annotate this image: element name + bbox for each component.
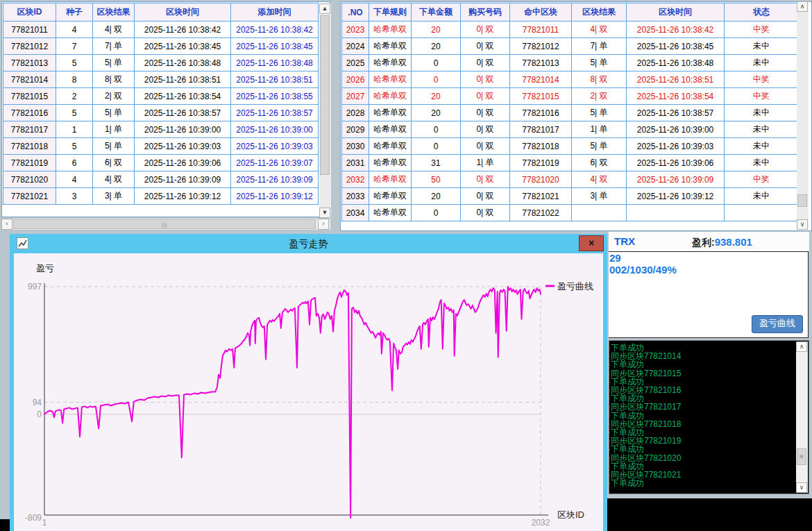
- table-cell: 5| 单: [93, 105, 135, 121]
- table-cell: 2032: [342, 171, 369, 188]
- table-row[interactable]: 7782101144| 双2025-11-26 10:38:422025-11-…: [3, 22, 319, 38]
- table-cell: 77821013: [510, 55, 572, 71]
- scroll-up-button[interactable]: ∧: [796, 342, 807, 352]
- column-header[interactable]: 区块时间: [135, 3, 231, 22]
- table-cell: 0: [412, 55, 461, 71]
- blocks-table-panel: 区块ID种子区块结果区块时间添加时间 7782101144| 双2025-11-…: [1, 1, 330, 217]
- table-cell: 2025-11-26 10:38:48: [627, 55, 725, 71]
- column-header[interactable]: 添加时间: [231, 3, 319, 22]
- table-row[interactable]: 2023哈希单双200| 双778210114| 双2025-11-26 10:…: [342, 22, 799, 38]
- table-cell: 5: [56, 105, 93, 121]
- table-cell: 0: [412, 71, 461, 88]
- y-tick-label: 94: [33, 398, 42, 407]
- table-cell: 2025-11-26 10:38:42: [135, 22, 231, 38]
- table-cell: 2025-11-26 10:39:12: [627, 188, 725, 205]
- y-tick-label: 0: [37, 410, 42, 419]
- orders-table-vscrollbar[interactable]: ∧ ∨: [797, 1, 809, 230]
- scroll-thumb[interactable]: ≡: [797, 448, 806, 465]
- orders-table-panel: .NO下单规则下单金额购买号码命中区块区块结果区块时间状态 2023哈希单双20…: [340, 1, 812, 231]
- table-cell: 50: [412, 171, 461, 188]
- table-row[interactable]: 2034哈希单双00| 双77821022: [342, 205, 799, 221]
- table-row[interactable]: 2032哈希单双500| 双778210204| 双2025-11-26 10:…: [342, 171, 799, 188]
- column-header[interactable]: 区块ID: [3, 3, 56, 22]
- log-line: ·下单成功: [609, 412, 795, 420]
- legend-label: 盈亏曲线: [557, 281, 593, 292]
- table-row[interactable]: 7782101355| 单2025-11-26 10:38:482025-11-…: [3, 55, 319, 71]
- column-header[interactable]: 购买号码: [461, 3, 510, 22]
- table-row[interactable]: 7782101488| 双2025-11-26 10:38:512025-11-…: [3, 71, 319, 88]
- table-row[interactable]: 7782101655| 单2025-11-26 10:38:572025-11-…: [3, 105, 319, 121]
- scroll-thumb[interactable]: |||: [13, 219, 316, 229]
- scroll-down-button[interactable]: ∨: [797, 219, 808, 230]
- column-header[interactable]: 区块结果: [93, 3, 135, 22]
- profit-curve-button[interactable]: 盈亏曲线: [752, 315, 803, 333]
- table-cell: 3: [56, 188, 93, 205]
- table-cell: 2025-11-26 10:38:48: [231, 55, 319, 71]
- table-cell: 0| 双: [461, 71, 510, 88]
- table-cell: 2025-11-26 10:38:42: [231, 22, 319, 38]
- column-header[interactable]: 区块结果: [572, 3, 627, 22]
- table-cell: 77821015: [510, 88, 572, 105]
- table-row[interactable]: 2033哈希单双200| 双778210213| 单2025-11-26 10:…: [342, 188, 799, 205]
- table-cell: 未中: [725, 155, 799, 171]
- table-row[interactable]: 7782101711| 单2025-11-26 10:39:002025-11-…: [3, 121, 319, 138]
- table-row[interactable]: 7782101277| 单2025-11-26 10:38:452025-11-…: [3, 38, 319, 55]
- table-row[interactable]: 7782102044| 双2025-11-26 10:39:092025-11-…: [3, 171, 319, 188]
- close-button[interactable]: ×: [579, 235, 604, 251]
- table-row[interactable]: 7782101966| 双2025-11-26 10:39:062025-11-…: [3, 155, 319, 171]
- table-cell: 20: [412, 105, 461, 121]
- log-line: ·同步区块77821020: [609, 454, 795, 462]
- window-titlebar[interactable]: 盈亏走势 ×: [10, 234, 607, 253]
- table-cell: 7: [56, 38, 93, 55]
- column-header[interactable]: 下单规则: [369, 3, 412, 22]
- table-cell: 8| 双: [93, 71, 135, 88]
- table-cell: 4| 双: [93, 171, 135, 188]
- trx-status-bar: TRX 盈利:938.801: [609, 232, 809, 251]
- table-row[interactable]: 2024哈希单双200| 双778210127| 单2025-11-26 10:…: [342, 38, 799, 55]
- table-cell: 2025-11-26 10:38:51: [135, 71, 231, 88]
- column-header[interactable]: 状态: [725, 3, 799, 22]
- table-row[interactable]: 2025哈希单双00| 双778210135| 单2025-11-26 10:3…: [342, 55, 799, 71]
- scroll-down-button[interactable]: ▼: [319, 208, 330, 218]
- table-cell: 7| 单: [93, 38, 135, 55]
- scroll-left-button[interactable]: ‹: [1, 219, 12, 230]
- log-line: ·同步区块77821017: [609, 403, 795, 411]
- table-cell: 2028: [342, 105, 369, 121]
- scroll-thumb[interactable]: [797, 194, 807, 207]
- table-row[interactable]: 2027哈希单双200| 双778210152| 双2025-11-26 10:…: [342, 88, 799, 105]
- console-vscrollbar[interactable]: ∧ ≡ ∨: [796, 342, 808, 493]
- scroll-up-button[interactable]: ▲: [319, 3, 330, 14]
- table-cell: 2025-11-26 10:38:57: [135, 105, 231, 121]
- table-cell: 77821012: [3, 38, 56, 55]
- column-header[interactable]: 区块时间: [627, 3, 725, 22]
- table-row[interactable]: 2030哈希单双00| 双778210185| 单2025-11-26 10:3…: [342, 138, 799, 155]
- scroll-thumb[interactable]: [320, 15, 330, 175]
- table-cell: 2025-11-26 10:38:51: [627, 71, 725, 88]
- table-row[interactable]: 2031哈希单双311| 单778210196| 双2025-11-26 10:…: [342, 155, 799, 171]
- scroll-down-button[interactable]: ∨: [796, 482, 807, 493]
- table-row[interactable]: 7782101522| 双2025-11-26 10:38:542025-11-…: [3, 88, 319, 105]
- blocks-table-hscrollbar[interactable]: ‹ ||| ›: [1, 219, 330, 230]
- y-axis-title: 盈亏: [36, 263, 54, 273]
- background-console-sliver: [0, 519, 10, 531]
- scroll-right-button[interactable]: ›: [318, 219, 329, 230]
- table-cell: 77821016: [3, 105, 56, 121]
- table-row[interactable]: 2026哈希单双00| 双778210148| 双2025-11-26 10:3…: [342, 71, 799, 88]
- table-row[interactable]: 7782102133| 单2025-11-26 10:39:122025-11-…: [3, 188, 319, 205]
- column-header[interactable]: 下单金额: [412, 3, 461, 22]
- column-header[interactable]: 种子: [56, 3, 93, 22]
- table-cell: 77821021: [510, 188, 572, 205]
- table-cell: 20: [412, 188, 461, 205]
- table-cell: 77821019: [510, 155, 572, 171]
- table-row[interactable]: 2029哈希单双00| 双778210171| 单2025-11-26 10:3…: [342, 121, 799, 138]
- table-cell: 77821013: [3, 55, 56, 71]
- table-cell: 哈希单双: [369, 121, 412, 138]
- table-row[interactable]: 2028哈希单双200| 双778210165| 单2025-11-26 10:…: [342, 105, 799, 121]
- column-header[interactable]: .NO: [342, 3, 369, 22]
- column-header[interactable]: 命中区块: [510, 3, 572, 22]
- table-cell: 未中: [725, 38, 799, 55]
- scroll-up-button[interactable]: ∧: [797, 1, 808, 12]
- blocks-table-vscrollbar[interactable]: ▲ ▼: [319, 3, 331, 218]
- table-cell: 哈希单双: [369, 38, 412, 55]
- table-row[interactable]: 7782101855| 单2025-11-26 10:39:032025-11-…: [3, 138, 319, 155]
